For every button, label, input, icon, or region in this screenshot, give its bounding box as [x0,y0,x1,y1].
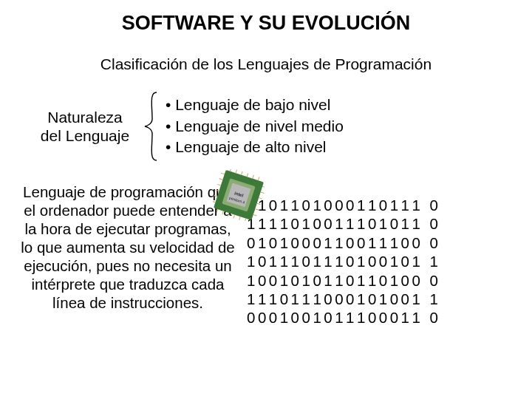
cpu-chip-image: intel pentium 4 [213,169,265,221]
binary-block: 1101101000110111 0 1111010011101011 0 01… [247,196,441,327]
binary-row-6: 1110111000101001 1 [247,290,441,307]
svg-line-28 [245,219,246,221]
svg-line-20 [247,173,248,177]
svg-line-21 [253,175,254,179]
svg-line-25 [228,213,229,216]
left-brace-icon [142,91,163,162]
nature-line-2: del Lenguaje [41,127,129,144]
svg-line-26 [233,215,235,219]
nature-line-1: Naturaleza [47,109,123,126]
svg-line-6 [219,179,223,180]
svg-line-13 [259,198,262,200]
nature-label: Naturaleza del Lenguaje [30,108,140,145]
svg-line-5 [221,173,225,174]
slide-title: SOFTWARE Y SU EVOLUCIÓN [0,0,532,35]
levels-list: • Lenguaje de bajo nivel • Lenguaje de n… [166,95,344,157]
svg-line-16 [253,214,257,216]
svg-line-11 [262,186,265,188]
binary-row-5: 1001010110110100 0 [247,272,441,289]
svg-line-10 [213,201,215,202]
svg-line-14 [257,203,261,205]
svg-line-18 [236,170,237,174]
svg-line-24 [222,211,224,215]
level-low: • Lenguaje de bajo nivel [166,95,344,115]
svg-line-12 [261,192,265,194]
binary-row-1: 1101101000110111 0 [247,197,441,214]
svg-line-9 [214,196,217,197]
svg-line-17 [230,169,231,171]
svg-line-23 [216,209,218,213]
svg-line-7 [217,184,221,185]
binary-row-3: 0101000110011100 0 [247,234,441,251]
binary-row-2: 1111010011101011 0 [247,215,441,232]
svg-line-22 [258,177,259,180]
svg-line-8 [216,190,219,191]
description-row: Lenguaje de programación que el ordenado… [0,183,532,327]
nature-row: Naturaleza del Lenguaje • Lenguaje de ba… [0,91,532,162]
binary-row-7: 0001001011100011 0 [247,309,441,326]
level-high: • Lenguaje de alto nivel [166,137,344,157]
svg-line-19 [242,171,243,175]
slide-subtitle: Clasificación de los Lenguajes de Progra… [0,55,532,73]
svg-line-15 [255,209,259,211]
low-level-description: Lenguaje de programación que el ordenado… [21,183,235,312]
binary-row-4: 1011101110100101 1 [247,253,441,270]
level-mid: • Lenguaje de nivel medio [166,116,344,137]
svg-line-27 [239,216,241,220]
